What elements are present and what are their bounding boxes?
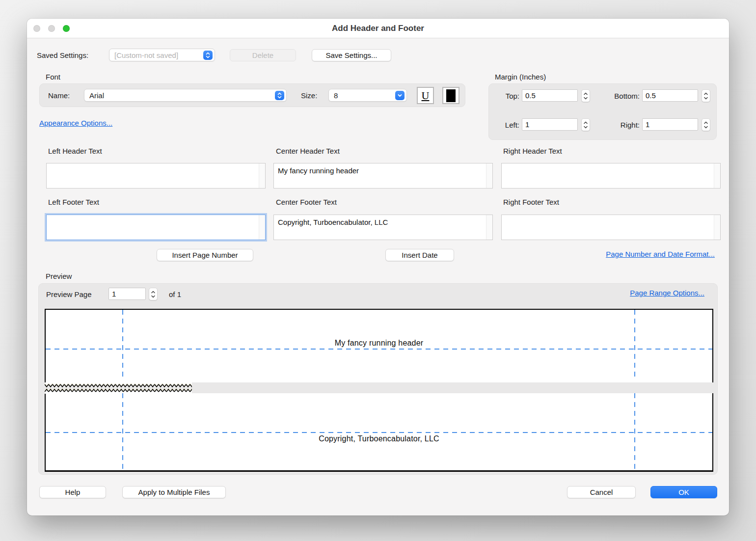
- page-range-options-link[interactable]: Page Range Options...: [630, 289, 704, 297]
- preview-header-text: My fancy running header: [46, 339, 712, 348]
- underline-glyph: U: [422, 90, 430, 101]
- margin-top-label: Top:: [494, 92, 519, 100]
- margin-bottom-input[interactable]: [642, 89, 698, 102]
- margin-left-label: Left:: [494, 121, 519, 129]
- appearance-options-link[interactable]: Appearance Options...: [39, 119, 112, 127]
- margin-left-stepper[interactable]: [581, 118, 590, 131]
- chevron-down-icon: [395, 91, 405, 100]
- save-settings-button[interactable]: Save Settings...: [312, 49, 391, 61]
- scrollbar-track[interactable]: [486, 163, 492, 188]
- chevron-up-icon: [583, 92, 588, 96]
- margin-right-label: Right:: [599, 121, 640, 129]
- preview-page-stepper[interactable]: [149, 288, 158, 300]
- saved-settings-label: Saved Settings:: [37, 51, 88, 59]
- margin-section-label: Margin (Inches): [495, 73, 546, 81]
- chevron-up-icon: [583, 121, 588, 125]
- chevron-down-icon: [151, 295, 156, 298]
- font-size-value: 8: [334, 91, 395, 100]
- right-header-label: Right Header Text: [503, 147, 562, 155]
- chevron-down-icon: [583, 125, 588, 129]
- margin-group-box: Top: Bottom: Left: Right:: [488, 83, 717, 140]
- margin-right-input[interactable]: [642, 118, 698, 131]
- chevron-up-icon: [703, 121, 708, 125]
- color-swatch-icon: [446, 89, 456, 102]
- margin-bottom-label: Bottom:: [599, 92, 640, 100]
- font-group-box: Name: Arial Size: 8 U: [39, 83, 465, 107]
- left-footer-field[interactable]: [46, 215, 266, 240]
- header-baseline-guide: [46, 349, 712, 350]
- preview-of-label: of 1: [169, 290, 181, 298]
- torn-edge-zigzag: [45, 388, 192, 394]
- cancel-button[interactable]: Cancel: [567, 486, 636, 498]
- margin-top-stepper[interactable]: [581, 89, 590, 102]
- right-header-field[interactable]: [501, 163, 721, 189]
- font-name-label: Name:: [48, 91, 70, 100]
- chevron-down-icon: [703, 96, 708, 100]
- page-number-date-format-link[interactable]: Page Number and Date Format...: [606, 250, 715, 258]
- apply-to-multiple-files-button[interactable]: Apply to Multiple Files: [122, 486, 226, 498]
- right-footer-field[interactable]: [501, 215, 721, 240]
- right-footer-textarea[interactable]: [502, 215, 714, 240]
- center-footer-field[interactable]: Copyright, Turboencabulator, LLC: [273, 215, 493, 240]
- saved-settings-dropdown[interactable]: [Custom-not saved]: [109, 49, 215, 61]
- center-header-field[interactable]: My fancy running header: [273, 163, 493, 189]
- underline-button[interactable]: U: [417, 87, 434, 104]
- scrollbar-track[interactable]: [486, 215, 492, 240]
- preview-page-label: Preview Page: [46, 290, 92, 298]
- preview-section-label: Preview: [46, 272, 72, 280]
- preview-page-top-piece: My fancy running header: [45, 309, 713, 382]
- chevron-down-icon: [703, 125, 708, 129]
- left-header-textarea[interactable]: [47, 163, 259, 188]
- margin-right-stepper[interactable]: [702, 118, 710, 131]
- preview-page-bottom-piece: Copyright, Turboencabulator, LLC: [45, 393, 713, 472]
- scrollbar-track[interactable]: [714, 215, 720, 240]
- saved-settings-value: [Custom-not saved]: [114, 51, 203, 59]
- margin-left-input[interactable]: [522, 118, 578, 131]
- center-header-textarea[interactable]: My fancy running header: [274, 163, 486, 188]
- help-button[interactable]: Help: [39, 486, 106, 498]
- insert-page-number-button[interactable]: Insert Page Number: [157, 249, 253, 261]
- left-footer-textarea[interactable]: [47, 215, 259, 240]
- font-size-dropdown[interactable]: 8: [328, 89, 407, 102]
- footer-baseline-guide: [46, 432, 712, 433]
- margin-bottom-stepper[interactable]: [702, 89, 710, 102]
- left-footer-label: Left Footer Text: [48, 198, 99, 206]
- font-name-value: Arial: [89, 91, 275, 100]
- center-footer-textarea[interactable]: Copyright, Turboencabulator, LLC: [274, 215, 486, 240]
- center-header-label: Center Header Text: [276, 147, 340, 155]
- chevron-up-icon: [703, 92, 708, 96]
- chevron-down-icon: [583, 96, 588, 100]
- left-header-field[interactable]: [46, 163, 266, 189]
- insert-date-button[interactable]: Insert Date: [385, 249, 454, 261]
- font-size-label: Size:: [301, 91, 317, 100]
- chevron-up-icon: [151, 291, 156, 294]
- chevron-up-down-icon: [275, 91, 284, 100]
- margin-top-input[interactable]: [522, 89, 578, 102]
- chevron-up-down-icon: [203, 51, 213, 60]
- font-color-swatch-button[interactable]: [442, 87, 459, 104]
- right-footer-label: Right Footer Text: [503, 198, 559, 206]
- scrollbar-track[interactable]: [259, 163, 265, 188]
- preview-group-box: Preview Page of 1 Page Range Options... …: [38, 283, 718, 475]
- center-footer-label: Center Footer Text: [276, 198, 337, 206]
- delete-button[interactable]: Delete: [230, 49, 296, 61]
- scrollbar-track[interactable]: [714, 163, 720, 188]
- preview-footer-text: Copyright, Turboencabulator, LLC: [46, 434, 712, 443]
- font-name-dropdown[interactable]: Arial: [84, 89, 287, 102]
- font-section-label: Font: [46, 73, 60, 81]
- left-header-label: Left Header Text: [48, 147, 102, 155]
- preview-page-input[interactable]: [108, 288, 146, 300]
- ok-button[interactable]: OK: [650, 486, 717, 498]
- dialog-title: Add Header and Footer: [27, 19, 729, 38]
- scrollbar-track[interactable]: [259, 215, 265, 240]
- title-bar: Add Header and Footer: [27, 19, 729, 38]
- right-header-textarea[interactable]: [502, 163, 714, 188]
- add-header-footer-dialog: Add Header and Footer Saved Settings: [C…: [27, 19, 729, 515]
